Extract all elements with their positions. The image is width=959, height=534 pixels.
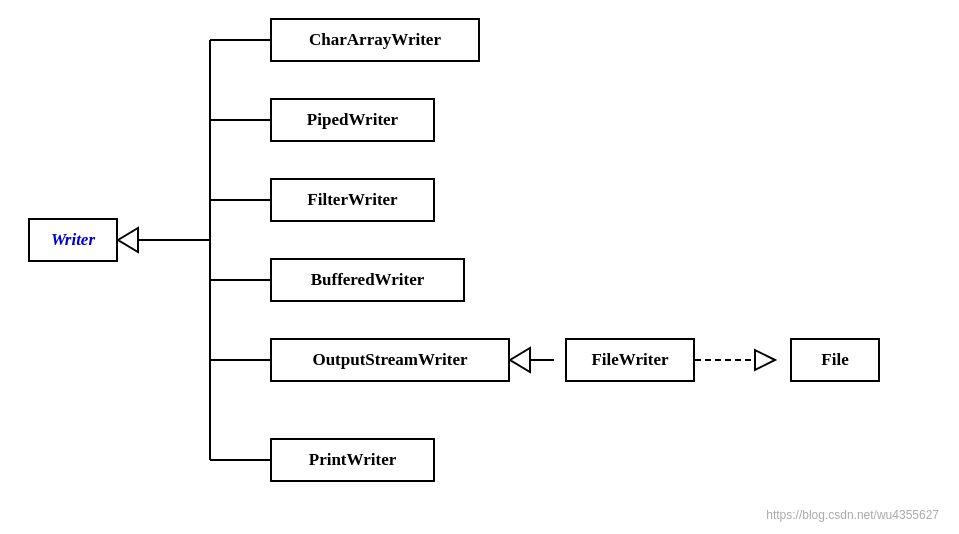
node-filter-writer: FilterWriter — [270, 178, 435, 222]
diagram-container: Writer CharArrayWriter PipedWriter Filte… — [0, 0, 959, 534]
watermark: https://blog.csdn.net/wu4355627 — [766, 508, 939, 522]
svg-marker-12 — [755, 350, 775, 370]
node-output-stream-writer: OutputStreamWriter — [270, 338, 510, 382]
node-buffered-writer: BufferedWriter — [270, 258, 465, 302]
svg-marker-10 — [510, 348, 530, 372]
node-piped-writer: PipedWriter — [270, 98, 435, 142]
node-file: File — [790, 338, 880, 382]
node-writer: Writer — [28, 218, 118, 262]
diagram-svg — [0, 0, 959, 534]
node-char-array-writer: CharArrayWriter — [270, 18, 480, 62]
node-print-writer: PrintWriter — [270, 438, 435, 482]
node-file-writer: FileWriter — [565, 338, 695, 382]
svg-marker-8 — [118, 228, 138, 252]
